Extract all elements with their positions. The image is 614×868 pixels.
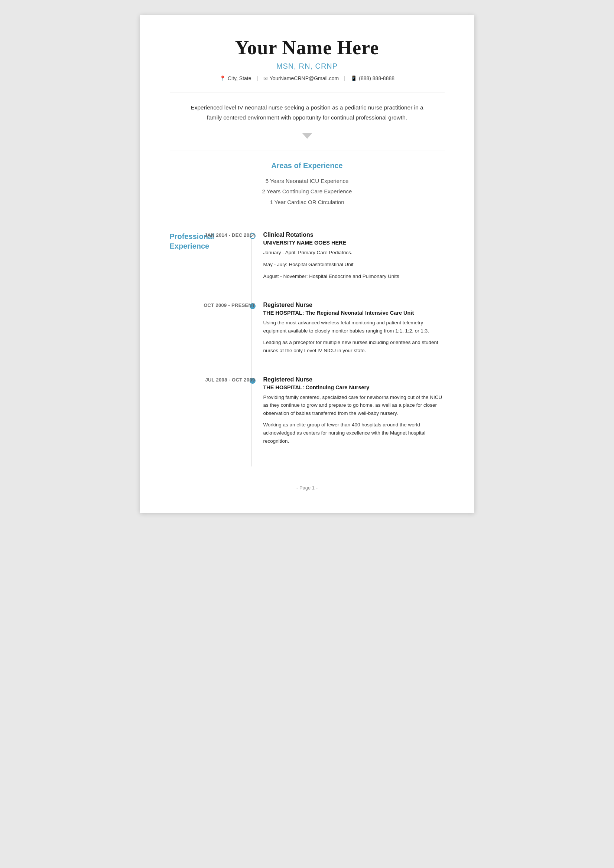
page-footer: - Page 1 - bbox=[170, 485, 445, 491]
email-icon: ✉ bbox=[263, 75, 268, 81]
job-title: Clinical Rotations bbox=[263, 232, 445, 238]
email-item: ✉ YourNameCRNP@Gmail.com bbox=[263, 75, 339, 81]
resume-page: Your Name Here MSN, RN, CRNP 📍 City, Sta… bbox=[140, 15, 474, 513]
job-desc: Working as an elite group of fewer than … bbox=[263, 421, 445, 445]
experience-date: JAN 2014 - DEC 2014 bbox=[181, 232, 255, 238]
location-text: City, State bbox=[228, 75, 252, 81]
experience-content: Registered Nurse THE HOSPITAL: Continuin… bbox=[263, 376, 445, 449]
phone-icon: 📱 bbox=[351, 75, 357, 81]
divider-1 bbox=[170, 92, 445, 92]
experience-date: JUL 2008 - OCT 2009 bbox=[181, 377, 255, 383]
job-title: Registered Nurse bbox=[263, 376, 445, 383]
professional-section: ProfessionalExperience JAN 2014 - DEC 20… bbox=[170, 232, 445, 467]
areas-title: Areas of Experience bbox=[170, 161, 445, 170]
header-section: Your Name Here MSN, RN, CRNP 📍 City, Sta… bbox=[170, 37, 445, 82]
job-title: Registered Nurse bbox=[263, 302, 445, 308]
list-item: 5 Years Neonatal ICU Experience bbox=[170, 176, 445, 187]
job-org: THE HOSPITAL: Continuing Care Nursery bbox=[263, 384, 445, 391]
summary-text: Experienced level IV neonatal nurse seek… bbox=[185, 103, 430, 122]
areas-list: 5 Years Neonatal ICU Experience 2 Years … bbox=[170, 176, 445, 208]
separator-1: | bbox=[256, 75, 258, 82]
separator-2: | bbox=[344, 75, 345, 82]
list-item: 1 Year Cardiac OR Circulation bbox=[170, 197, 445, 208]
experience-content: Registered Nurse THE HOSPITAL: The Regio… bbox=[263, 302, 445, 358]
timeline-item: JAN 2014 - DEC 2014 Clinical Rotations U… bbox=[263, 232, 445, 284]
divider-2 bbox=[170, 151, 445, 151]
job-desc: January - April: Primary Care Pediatrics… bbox=[263, 249, 445, 257]
job-desc: May - July: Hospital Gastrointestinal Un… bbox=[263, 260, 445, 269]
candidate-name: Your Name Here bbox=[170, 37, 445, 58]
phone-item: 📱 (888) 888-8888 bbox=[351, 75, 395, 81]
contact-info: 📍 City, State | ✉ YourNameCRNP@Gmail.com… bbox=[170, 75, 445, 82]
chevron-container bbox=[170, 133, 445, 140]
experience-content: Clinical Rotations UNIVERSITY NAME GOES … bbox=[263, 232, 445, 284]
email-text: YourNameCRNP@Gmail.com bbox=[270, 75, 339, 81]
prof-left: ProfessionalExperience bbox=[170, 232, 252, 467]
areas-section: Areas of Experience 5 Years Neonatal ICU… bbox=[170, 161, 445, 208]
experience-date: OCT 2009 - PRESENT bbox=[181, 302, 255, 308]
phone-text: (888) 888-8888 bbox=[359, 75, 395, 81]
timeline-item: OCT 2009 - PRESENT Registered Nurse THE … bbox=[263, 302, 445, 358]
timeline-item: JUL 2008 - OCT 2009 Registered Nurse THE… bbox=[263, 376, 445, 449]
job-desc: Leading as a preceptor for multiple new … bbox=[263, 338, 445, 354]
job-desc: Providing family centered, specialized c… bbox=[263, 394, 445, 417]
chevron-icon bbox=[302, 133, 312, 139]
list-item: 2 Years Continuing Care Experience bbox=[170, 186, 445, 197]
location-icon: 📍 bbox=[219, 75, 226, 81]
job-org: THE HOSPITAL: The Regional Neonatal Inte… bbox=[263, 310, 445, 316]
job-desc: Using the most advanced wireless fetal m… bbox=[263, 319, 445, 335]
candidate-credentials: MSN, RN, CRNP bbox=[170, 62, 445, 71]
job-org: UNIVERSITY NAME GOES HERE bbox=[263, 240, 445, 246]
timeline: JAN 2014 - DEC 2014 Clinical Rotations U… bbox=[252, 232, 445, 467]
job-desc: August - November: Hospital Endocrine an… bbox=[263, 273, 445, 281]
divider-3 bbox=[170, 221, 445, 221]
location-item: 📍 City, State bbox=[219, 75, 252, 81]
